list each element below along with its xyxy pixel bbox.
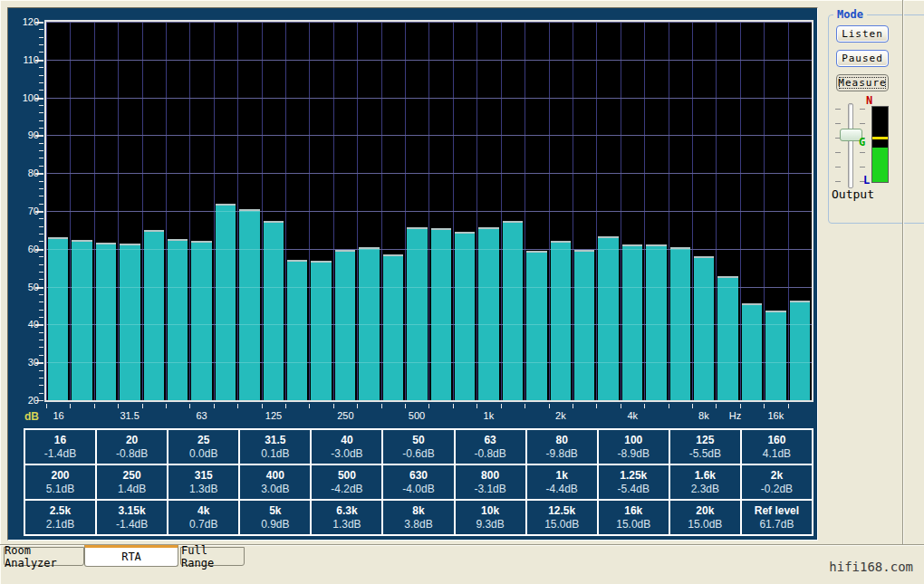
- band-cell-400: 4003.0dB: [240, 465, 310, 499]
- band-frequency: 16k: [624, 504, 642, 518]
- spectrum-bars: [46, 22, 812, 400]
- band-value: -9.8dB: [545, 447, 577, 461]
- band-value: -1.4dB: [44, 447, 76, 461]
- bar-fill: [191, 241, 211, 400]
- spectrum-bar-100: [237, 22, 261, 400]
- band-value: 2.1dB: [46, 518, 74, 531]
- band-frequency: 125: [696, 434, 714, 447]
- band-cell-25: 250.0dB: [168, 430, 238, 464]
- band-frequency: 31.5: [265, 434, 285, 447]
- band-value: 0.9dB: [261, 518, 289, 531]
- band-cell-20k: 20k15.0dB: [670, 501, 740, 534]
- spectrum-bar-1k: [476, 22, 500, 400]
- band-cell-1k: 1k-4.4dB: [527, 465, 597, 499]
- band-level-table: 16-1.4dB20-0.8dB250.0dB31.50.1dB40-3.0dB…: [24, 428, 813, 536]
- spectrum-bar-63: [189, 22, 213, 400]
- bar-fill: [622, 244, 642, 400]
- band-frequency: 2.5k: [50, 504, 71, 518]
- band-value: -5.4dB: [618, 483, 650, 496]
- bar-fill: [717, 276, 737, 400]
- spectrum-bar-1.6k: [525, 22, 548, 400]
- band-cell-100: 100-8.9dB: [599, 430, 669, 464]
- output-label: Output: [832, 187, 874, 201]
- paused-button[interactable]: Paused: [836, 50, 889, 67]
- x-axis-ticks: [46, 404, 812, 408]
- band-cell-160: 1604.1dB: [742, 430, 812, 464]
- tab-full-range[interactable]: Full Range: [180, 547, 245, 566]
- bar-fill: [287, 260, 307, 400]
- band-cell-630: 630-4.0dB: [383, 465, 453, 499]
- band-frequency: 10k: [481, 504, 499, 518]
- measure-button[interactable]: Measure: [836, 74, 889, 91]
- meter-marker-l: L: [863, 174, 870, 187]
- band-cell-6.3k: 6.3k1.3dB: [312, 501, 381, 534]
- band-frequency: 2k: [771, 469, 783, 483]
- band-cell-40: 40-3.0dB: [312, 430, 381, 464]
- band-frequency: 50: [412, 434, 424, 447]
- band-frequency: 160: [767, 434, 785, 447]
- spectrum-bar-315: [357, 22, 380, 400]
- output-slider-track[interactable]: [848, 103, 853, 188]
- right-divider: [902, 0, 903, 544]
- band-value: -4.0dB: [402, 483, 434, 496]
- bar-fill: [646, 244, 666, 400]
- band-value: -8.9dB: [618, 447, 650, 461]
- bar-fill: [551, 241, 571, 400]
- bar-fill: [239, 209, 259, 400]
- spectrum-bar-16k: [764, 22, 787, 400]
- spectrum-bar-200: [309, 22, 332, 400]
- bar-fill: [694, 256, 714, 400]
- x-tick-label-16: 16: [39, 410, 79, 421]
- spectrum-bar-160: [285, 22, 309, 400]
- meter-marker-n: N: [866, 94, 872, 107]
- y-tick-label-60: 60: [12, 244, 39, 254]
- spectrum-bar-2k: [549, 22, 573, 400]
- band-value: 0.7dB: [189, 518, 217, 531]
- tab-room-analyzer[interactable]: Room Analyzer: [4, 547, 84, 566]
- bar-fill: [120, 244, 140, 400]
- x-tick-label-2k: 2k: [541, 410, 581, 421]
- spectrum-bar-16: [46, 22, 70, 400]
- band-cell-50: 50-0.6dB: [383, 430, 453, 464]
- spectrum-bar-4k: [621, 22, 644, 400]
- analyzer-panel: 1201101009080706050403020 dB 1631.563125…: [7, 7, 818, 541]
- bar-fill: [765, 311, 785, 400]
- band-value: 3.0dB: [261, 483, 289, 496]
- spectrum-bar-2.5k: [573, 22, 596, 400]
- band-frequency: 12.5k: [548, 504, 575, 518]
- band-frequency: 6.3k: [336, 504, 357, 518]
- db-unit-label: dB: [24, 410, 39, 423]
- spectrum-bar-3.15k: [596, 22, 620, 400]
- band-cell-12.5k: 12.5k15.0dB: [527, 501, 597, 534]
- band-cell-16: 16-1.4dB: [25, 430, 95, 464]
- spectrum-bar-250: [333, 22, 357, 400]
- mode-groupbox-title: Mode: [833, 8, 867, 21]
- band-cell-63: 63-0.8dB: [456, 430, 525, 464]
- bar-fill: [264, 221, 284, 400]
- spectrum-bar-40: [142, 22, 166, 400]
- band-value: 9.3dB: [476, 518, 504, 531]
- bar-fill: [168, 239, 188, 400]
- band-frequency: 1.25k: [620, 469, 647, 483]
- band-value: -0.8dB: [116, 447, 148, 461]
- bar-fill: [335, 250, 355, 400]
- y-axis-minor-ticks: [39, 22, 43, 401]
- spectrum-bar-8k: [692, 22, 716, 400]
- bar-fill: [407, 227, 427, 400]
- band-cell-315: 3151.3dB: [168, 465, 238, 499]
- bar-fill: [574, 250, 594, 400]
- x-tick-label-1k: 1k: [468, 410, 508, 421]
- band-value: -4.4dB: [545, 483, 577, 496]
- band-cell-10k: 10k9.3dB: [456, 501, 525, 534]
- bar-fill: [455, 232, 475, 400]
- spectrum-bar-31.5: [118, 22, 141, 400]
- band-value: -0.6dB: [402, 447, 434, 461]
- y-tick-label-40: 40: [12, 319, 39, 330]
- band-frequency: 25: [197, 434, 209, 447]
- spectrum-bar-80: [214, 22, 237, 400]
- band-cell-125: 125-5.5dB: [670, 430, 740, 464]
- band-cell-31.5: 31.50.1dB: [240, 430, 310, 464]
- tab-rta[interactable]: RTA: [84, 545, 178, 567]
- listen-button[interactable]: Listen: [836, 25, 889, 43]
- band-frequency: 200: [52, 469, 70, 483]
